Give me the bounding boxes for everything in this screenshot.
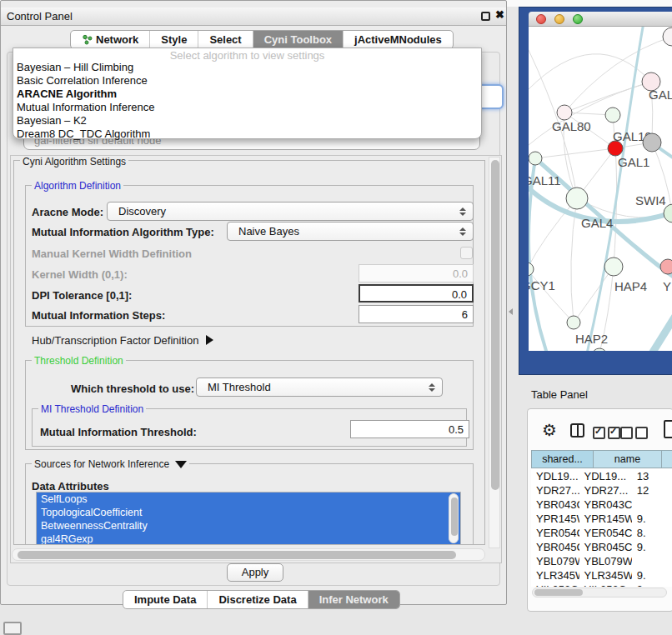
tab-cyni-toolbox[interactable]: Cyni Toolbox — [253, 31, 343, 48]
algorithm-option-bayesian-k2[interactable]: Bayesian – K2 — [13, 114, 481, 128]
mi-type-label: Mutual Information Algorithm Type: — [32, 226, 214, 238]
node-Y-partial[interactable] — [660, 259, 672, 274]
node-label-hap2: HAP2 — [575, 332, 608, 346]
column-header-2[interactable] — [662, 450, 672, 468]
node-GAL4[interactable] — [566, 188, 588, 209]
table-cell: YER054C — [579, 526, 632, 540]
tab-style[interactable]: Style — [149, 31, 198, 48]
settings-hscrollbar[interactable] — [12, 548, 485, 561]
dpi-tolerance-field[interactable]: 0.0 — [359, 284, 474, 302]
node-GCY1[interactable] — [529, 262, 534, 276]
column-header-shared-[interactable]: shared... — [531, 450, 594, 468]
node-HAP4[interactable] — [604, 258, 623, 276]
data-attributes-label: Data Attributes — [32, 480, 109, 492]
hub-definition-expander[interactable]: Hub/Transcription Factor Definition — [32, 334, 213, 347]
node-HAP2[interactable] — [567, 316, 580, 329]
node-label-gal11: GAL11 — [529, 173, 561, 188]
kernel-width-field[interactable]: 0.0 — [359, 264, 474, 282]
node-bottom-partial[interactable] — [592, 348, 607, 351]
settings-vscrollbar-thumb[interactable] — [491, 160, 499, 490]
algorithm-option-basic-correlation-inference[interactable]: Basic Correlation Inference — [13, 74, 481, 88]
close-icon[interactable]: ✖ — [495, 8, 504, 21]
aracne-mode-select[interactable]: Discovery — [107, 202, 474, 221]
network-edge[interactable] — [587, 27, 644, 351]
table-cell: 9. — [632, 512, 672, 526]
split-pane-collapse-icon[interactable] — [509, 308, 513, 315]
node-GAL80[interactable] — [557, 105, 572, 120]
network-icon — [82, 34, 93, 45]
expand-right-icon — [206, 335, 213, 345]
table-row[interactable]: YBR043CYBR043C — [531, 498, 672, 512]
table-cell: YBR045C — [579, 540, 632, 554]
zoom-traffic-light-icon[interactable] — [573, 14, 583, 24]
tab-jactivemnodules[interactable]: jActiveMNodules — [343, 31, 453, 48]
table-cell: 13 — [632, 469, 672, 483]
attribute-item-betweennesscentrality[interactable]: BetweennessCentrality — [37, 519, 460, 532]
mi-steps-field[interactable]: 6 — [359, 305, 474, 323]
apply-button[interactable]: Apply — [227, 563, 283, 582]
table-cell: 8. — [632, 526, 672, 540]
attribute-item-gal4rgexp[interactable]: gal4RGexp — [37, 532, 460, 545]
node-gray[interactable] — [643, 133, 661, 152]
manual-kernel-label: Manual Kernel Width Definition — [32, 248, 192, 260]
node-GAL10[interactable] — [605, 108, 620, 122]
attribute-item-selfloops[interactable]: SelfLoops — [37, 492, 460, 506]
table-body: YDL19...YDL19...13YDR27...YDR27...12YBR0… — [531, 469, 672, 587]
sources-collapser[interactable]: Sources for Network Inference — [32, 458, 189, 470]
algorithm-option-dream8-dc-tdc-algorithm[interactable]: Dream8 DC_TDC Algorithm — [13, 128, 481, 141]
network-edge[interactable] — [529, 198, 577, 269]
table-hscrollbar[interactable] — [532, 588, 667, 598]
attribute-item-topologicalcoefficient[interactable]: TopologicalCoefficient — [37, 506, 460, 519]
node-GAL11[interactable] — [529, 152, 542, 165]
table-row[interactable]: YIL052CYIL052C9 — [531, 582, 672, 587]
node-GAL1[interactable] — [608, 141, 623, 156]
network-canvas[interactable]: GALGAL80GAL10GAL1GAL11GAL4SWI4GCY1HAP4YH… — [529, 27, 672, 351]
columns-icon[interactable] — [570, 423, 584, 438]
algorithm-option-aracne-algorithm[interactable]: ARACNE Algorithm — [13, 88, 481, 101]
tab-discretize-data[interactable]: Discretize Data — [207, 591, 307, 608]
unchecked-pair-icon[interactable] — [620, 427, 648, 439]
network-edge[interactable] — [535, 148, 615, 158]
table-hscrollbar-thumb[interactable] — [534, 589, 583, 596]
collapsed-panel-icon[interactable] — [3, 622, 22, 635]
node-label-gal4: GAL4 — [581, 216, 613, 230]
manual-kernel-checkbox[interactable] — [460, 247, 473, 259]
node-top-partial[interactable] — [663, 28, 672, 46]
tab-network[interactable]: Network — [71, 31, 149, 48]
table-row[interactable]: YER054CYER054C8. — [531, 526, 672, 540]
float-window-icon[interactable] — [481, 12, 490, 21]
algorithm-option-bayesian-hill-climbing[interactable]: Bayesian – Hill Climbing — [13, 61, 481, 74]
table-cell: 9. — [632, 540, 672, 554]
tab-select[interactable]: Select — [198, 31, 252, 48]
mi-type-select[interactable]: Naive Bayes — [227, 222, 474, 241]
tab-impute-data[interactable]: Impute Data — [123, 591, 207, 608]
table-row[interactable]: YBL079WYBL079W — [531, 554, 672, 568]
table-row[interactable]: YLR345WYLR345W9. — [531, 568, 672, 582]
minimize-traffic-light-icon[interactable] — [554, 14, 564, 24]
table-cell: YDR27... — [531, 483, 579, 498]
mi-threshold-field[interactable]: 0.5 — [350, 420, 469, 438]
list-scrollbar-thumb[interactable] — [451, 498, 458, 536]
list-scrollbar[interactable] — [449, 493, 459, 543]
network-edge[interactable] — [652, 300, 672, 351]
table-row[interactable]: YDL19...YDL19...13 — [531, 469, 672, 483]
table-row[interactable]: YDR27...YDR27...12 — [531, 483, 672, 498]
network-graph: GALGAL80GAL10GAL1GAL11GAL4SWI4GCY1HAP4YH… — [529, 27, 672, 351]
network-view-titlebar[interactable] — [529, 12, 672, 27]
tab-label: Infer Network — [319, 591, 389, 608]
document-icon[interactable] — [664, 420, 672, 438]
table-row[interactable]: YBR045CYBR045C9. — [531, 540, 672, 554]
table-row[interactable]: YPR145WYPR145W9. — [531, 512, 672, 526]
close-traffic-light-icon[interactable] — [536, 14, 546, 24]
column-header-name[interactable]: name — [594, 450, 662, 468]
data-attributes-list[interactable]: SelfLoopsTopologicalCoefficientBetweenne… — [36, 492, 461, 545]
algorithm-option-mutual-information-inference[interactable]: Mutual Information Inference — [13, 101, 481, 114]
settings-vscrollbar[interactable] — [489, 157, 500, 548]
gear-icon[interactable]: ⚙ — [542, 420, 557, 440]
control-panel-tabbar: NetworkStyleSelectCyni ToolboxjActiveMNo… — [70, 30, 454, 49]
settings-hscrollbar-thumb[interactable] — [18, 551, 456, 559]
which-threshold-select[interactable]: MI Threshold — [196, 378, 443, 397]
checked-pair-icon[interactable] — [593, 427, 620, 439]
table-cell — [632, 498, 672, 512]
tab-infer-network[interactable]: Infer Network — [308, 591, 399, 608]
